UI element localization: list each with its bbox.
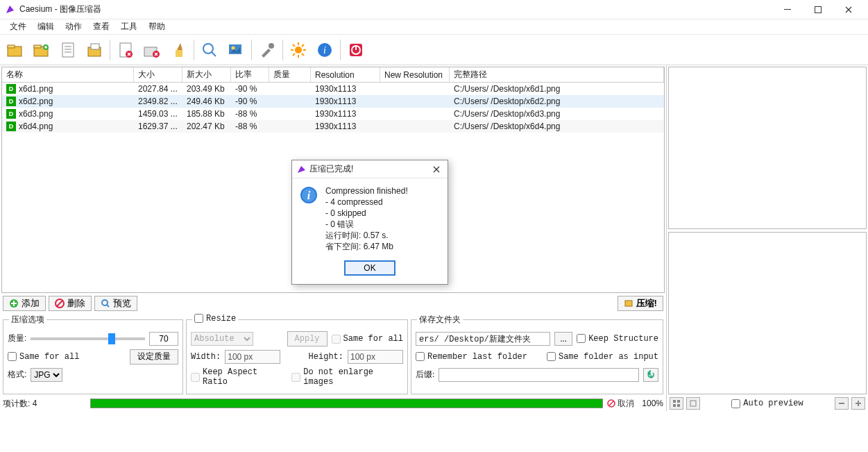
width-input[interactable] <box>225 350 280 364</box>
svg-rect-27 <box>625 301 632 306</box>
table-row[interactable]: Dx6d1.png2027.84 ...203.49 Kb-90 %1930x1… <box>2 83 664 95</box>
table-header: 名称 大小 新大小 比率 质量 Resolution New Resolutio… <box>2 67 664 83</box>
menu-help[interactable]: 帮助 <box>143 19 171 34</box>
add-button[interactable]: 添加 <box>3 296 46 311</box>
remove-label: 删除 <box>67 297 85 310</box>
col-full-path[interactable]: 完整路径 <box>450 67 664 82</box>
remove-button[interactable]: 删除 <box>49 296 92 311</box>
compress-options-title: 压缩选项 <box>9 314 46 326</box>
window-minimize-button[interactable] <box>772 0 803 19</box>
save-folder-panel: 保存文件夹 ers/ /Desktop/新建文件夹 ... Keep Struc… <box>411 314 663 395</box>
svg-rect-29 <box>673 400 676 403</box>
zoom-button[interactable] <box>197 37 222 62</box>
window-close-button[interactable] <box>833 0 864 19</box>
svg-rect-0 <box>784 9 791 10</box>
open-list-button[interactable] <box>56 37 80 62</box>
menu-edit[interactable]: 编辑 <box>32 19 60 34</box>
menu-action[interactable]: 动作 <box>60 19 87 34</box>
slider-thumb[interactable] <box>108 333 115 344</box>
dialog-message: Compression finished!- 4 compressed- 0 s… <box>325 185 408 252</box>
auto-preview-checkbox[interactable]: Auto preview <box>731 399 803 408</box>
completion-dialog: 压缩已完成! i Compression finished!- 4 compre… <box>291 160 448 285</box>
table-row[interactable]: Dx6d4.png1629.37 ...202.47 Kb-88 %1930x1… <box>2 120 664 133</box>
table-row[interactable]: Dx6d3.png1459.03 ...185.88 Kb-88 %1930x1… <box>2 108 664 120</box>
dialog-ok-button[interactable]: OK <box>344 260 395 276</box>
format-select[interactable]: JPG <box>31 368 62 382</box>
clear-list-button[interactable] <box>139 37 164 62</box>
resize-panel: Resize Absolute Apply Same for all Width… <box>186 314 408 395</box>
remove-item-button[interactable] <box>113 37 138 62</box>
compress-options-panel: 压缩选项 质量: Same for all 设定质量 格式: JPG <box>3 314 183 395</box>
col-quality[interactable]: 质量 <box>269 67 311 82</box>
exit-button[interactable] <box>343 37 368 62</box>
resize-apply-button[interactable]: Apply <box>287 331 327 346</box>
svg-rect-1 <box>815 6 822 12</box>
resize-mode-select[interactable]: Absolute <box>191 332 253 346</box>
quality-label: 质量: <box>8 333 26 344</box>
clean-button[interactable] <box>166 37 191 62</box>
keep-structure-checkbox[interactable]: Keep Structure <box>577 334 658 344</box>
svg-rect-32 <box>677 404 680 407</box>
suffix-reset-button[interactable] <box>643 368 658 382</box>
dialog-app-icon <box>296 165 306 174</box>
remember-folder-checkbox[interactable]: Remember last folder <box>416 352 527 362</box>
about-button[interactable]: i <box>312 37 337 62</box>
preview-button[interactable] <box>223 37 248 62</box>
svg-rect-33 <box>690 401 696 406</box>
dialog-close-button[interactable] <box>429 163 443 176</box>
save-list-button[interactable] <box>82 37 107 62</box>
col-ratio[interactable]: 比率 <box>231 67 269 82</box>
set-quality-button[interactable]: 设定质量 <box>130 349 178 365</box>
col-new-resolution[interactable]: New Resolution <box>380 67 450 82</box>
compress-button[interactable]: 压缩! <box>618 296 663 311</box>
square-icon <box>689 399 697 408</box>
save-path-input[interactable]: ers/ /Desktop/新建文件夹 <box>416 332 550 346</box>
toolbar-separator <box>282 40 283 60</box>
undo-icon <box>646 370 656 380</box>
no-enlarge-checkbox[interactable]: Do not enlarge images <box>291 367 403 387</box>
col-resolution[interactable]: Resolution <box>311 67 380 82</box>
keep-aspect-checkbox[interactable]: Keep Aspect Ratio <box>191 367 283 387</box>
preview-compressed <box>668 232 867 394</box>
open-folder-button[interactable] <box>29 37 54 62</box>
suffix-input[interactable] <box>439 368 639 382</box>
grid-icon <box>672 399 681 408</box>
preview-list-button[interactable]: 预览 <box>94 296 137 311</box>
col-newsize[interactable]: 新大小 <box>182 67 231 82</box>
svg-point-26 <box>102 300 108 305</box>
menu-file[interactable]: 文件 <box>4 19 32 34</box>
toolbar-separator <box>194 40 194 60</box>
list-action-bar: 添加 删除 预览 压缩! <box>0 294 666 312</box>
same-for-all-checkbox[interactable]: Same for all <box>8 352 79 362</box>
settings-button[interactable] <box>286 37 311 62</box>
zoom-in-button[interactable] <box>851 397 865 410</box>
same-as-input-checkbox[interactable]: Same folder as input <box>547 352 658 362</box>
col-size[interactable]: 大小 <box>134 67 182 82</box>
browse-button[interactable]: ... <box>554 332 572 346</box>
tools-button[interactable] <box>255 37 280 62</box>
fit-button[interactable] <box>670 397 683 410</box>
menu-tools[interactable]: 工具 <box>115 19 143 34</box>
cancel-button[interactable]: 取消 <box>607 398 634 410</box>
window-maximize-button[interactable] <box>803 0 833 19</box>
svg-rect-31 <box>673 404 676 407</box>
resize-same-for-all-checkbox[interactable]: Same for all <box>332 334 403 344</box>
file-icon: D <box>6 97 16 106</box>
svg-rect-34 <box>839 403 844 404</box>
quality-input[interactable] <box>149 332 178 346</box>
status-bar: 项计数: 4 取消 100% <box>0 396 666 411</box>
open-file-button[interactable] <box>3 37 28 62</box>
col-name[interactable]: 名称 <box>2 67 134 82</box>
zoom-out-button[interactable] <box>835 397 849 410</box>
quality-slider[interactable] <box>31 337 145 340</box>
height-input[interactable] <box>348 350 403 364</box>
svg-point-15 <box>203 44 213 53</box>
original-size-button[interactable] <box>686 397 700 410</box>
svg-point-18 <box>269 43 274 49</box>
preview-label: 预览 <box>113 297 131 310</box>
resize-checkbox[interactable]: Resize <box>194 314 236 324</box>
table-row[interactable]: Dx6d2.png2349.82 ...249.46 Kb-90 %1930x1… <box>2 95 664 108</box>
toolbar-separator <box>340 40 341 60</box>
menu-view[interactable]: 查看 <box>87 19 115 34</box>
preview-original <box>668 67 867 229</box>
